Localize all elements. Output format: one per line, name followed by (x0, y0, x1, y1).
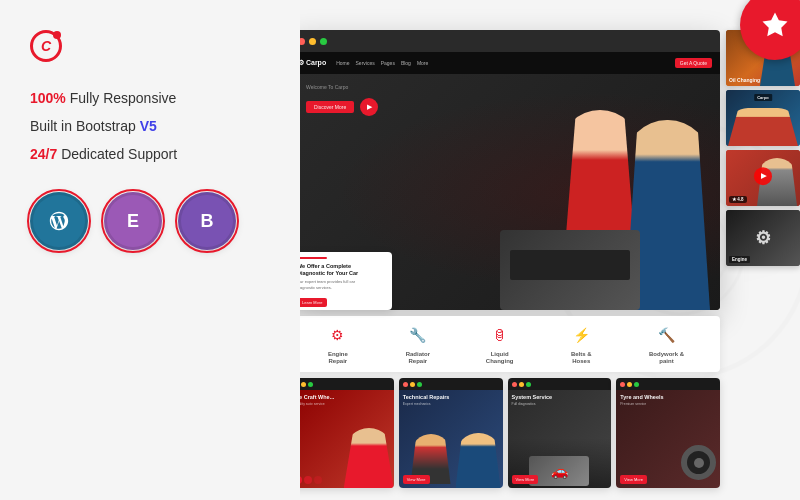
hero-nav-blog: Blog (401, 60, 411, 66)
engine-label: Engine (729, 256, 750, 263)
diagnostic-card: We Offer a CompleteDiagnostic for Your C… (292, 252, 392, 310)
thumb-service[interactable]: Carpo (726, 90, 800, 146)
technical-badge: View More (403, 475, 430, 484)
system-sub: Full diagnostics (512, 402, 608, 406)
side-thumbnails: Oil Changing Carpo (726, 30, 800, 266)
technical-sub: Expert mechanics (403, 402, 499, 406)
thumb-video-bg: ▶ ★ 4.8 (726, 150, 800, 206)
dot-yellow (309, 38, 316, 45)
feature-responsive: 100% Fully Responsive (30, 90, 270, 106)
rating-display: ★ 4.8 (729, 194, 747, 203)
service-belts: ⚡ Belts &Hoses (569, 323, 593, 365)
belts-icon: ⚡ (569, 323, 593, 347)
thumb-service-bg: Carpo (726, 90, 800, 146)
feature-bootstrap: Built in Bootstrap V5 (30, 118, 270, 134)
hero-cta-btn[interactable]: Discover More (306, 101, 354, 113)
thumb-carpo-label: Carpo (754, 94, 772, 101)
badge-wordpress[interactable] (30, 192, 88, 250)
logo-area[interactable]: C (30, 30, 270, 62)
thumb-engine[interactable]: ⚙ Engine (726, 210, 800, 266)
left-panel: C 100% Fully Responsive Built in Bootstr… (0, 0, 300, 500)
hero-nav-services: Services (356, 60, 375, 66)
star-icon (760, 10, 790, 40)
person-silhouette (344, 428, 394, 488)
tyre-sub: Premium service (620, 402, 716, 406)
services-bar: ⚙ EngineRepair 🔧 RadiatorRepair 🛢 Liquid… (290, 316, 720, 372)
thumb-video[interactable]: ▶ ★ 4.8 (726, 150, 800, 206)
dot-green (320, 38, 327, 45)
tyre-title: Tyre and Wheels (620, 394, 716, 400)
right-panel: ⚙ Carpo Home Services Pages Blog More Ge… (290, 0, 800, 500)
badge-ring-bs (175, 189, 239, 253)
badge-ring-wp (27, 189, 91, 253)
hero-nav-more: More (417, 60, 428, 66)
service-bodywork: 🔨 Bodywork &paint (649, 323, 684, 365)
badge-bootstrap[interactable]: B (178, 192, 236, 250)
person-silhouette-2 (456, 433, 501, 488)
sub-ss-system: System Service Full diagnostics 🚗 View M… (508, 378, 612, 488)
hero-nav: ⚙ Carpo Home Services Pages Blog More Ge… (290, 52, 720, 74)
service-liquid: 🛢 LiquidChanging (486, 323, 514, 365)
bodywork-icon: 🔨 (655, 323, 679, 347)
feature-support: 24/7 Dedicated Support (30, 146, 270, 162)
car-icon: 🚗 (529, 456, 589, 486)
technical-title: Technical Repairs (403, 394, 499, 400)
system-title: System Service (512, 394, 608, 400)
hero-nav-pages: Pages (381, 60, 395, 66)
service-radiator: 🔧 RadiatorRepair (406, 323, 430, 365)
sub-ss-craft: We Craft Whe... Quality auto service (290, 378, 394, 488)
hero-welcome: Welcome To Carpo (306, 84, 378, 90)
tech-badges: E B (30, 192, 270, 250)
diagnostic-text: Our expert team provides full cardiagnos… (297, 279, 387, 290)
hero-people (500, 90, 720, 310)
thumb-oil-label: Oil Changing (729, 77, 760, 83)
diagnostic-btn[interactable]: Learn More (297, 298, 327, 307)
craft-title: We Craft Whe... (294, 394, 390, 400)
browser-bar (290, 30, 720, 52)
wheel-icon (681, 445, 716, 480)
sub-ss-tyre: Tyre and Wheels Premium service View Mor… (616, 378, 720, 488)
badge-elementor[interactable]: E (104, 192, 162, 250)
liquid-icon: 🛢 (488, 323, 512, 347)
hero-play-btn[interactable]: ▶ (360, 98, 378, 116)
service-engine: ⚙ EngineRepair (326, 323, 350, 365)
hero-nav-logo: ⚙ Carpo (298, 59, 326, 67)
hero-nav-cta: Get A Quote (675, 58, 712, 68)
logo-icon: C (30, 30, 62, 62)
craft-sub: Quality auto service (294, 402, 390, 406)
bottom-screenshots: We Craft Whe... Quality auto service Tec… (290, 378, 720, 488)
badge-ring-el (101, 189, 165, 253)
thumb-engine-bg: ⚙ Engine (726, 210, 800, 266)
engine-icon: ⚙ (326, 323, 350, 347)
play-icon[interactable]: ▶ (754, 167, 772, 185)
tyre-badge: View More (620, 475, 647, 484)
diagnostic-red-line (297, 257, 327, 259)
system-badge: View More (512, 475, 539, 484)
hero-nav-home: Home (336, 60, 349, 66)
features-list: 100% Fully Responsive Built in Bootstrap… (30, 90, 270, 162)
sub-ss-technical: Technical Repairs Expert mechanics View … (399, 378, 503, 488)
diagnostic-title: We Offer a CompleteDiagnostic for Your C… (297, 263, 387, 277)
radiator-icon: 🔧 (406, 323, 430, 347)
